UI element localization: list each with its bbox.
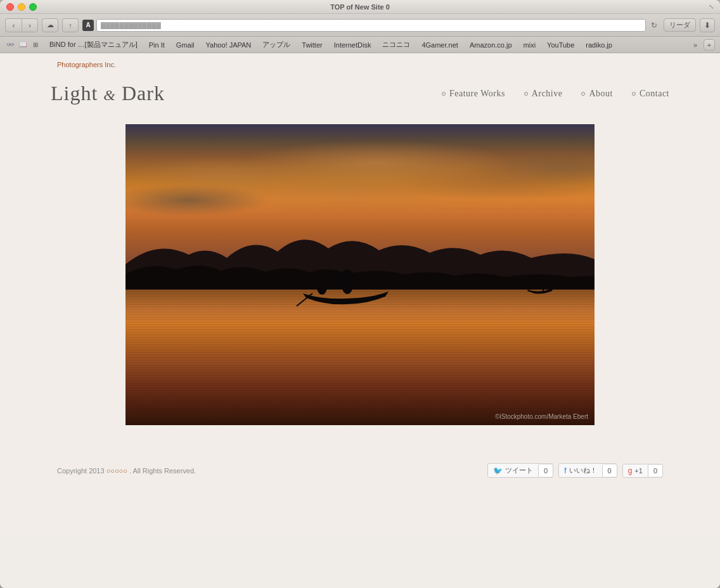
back-button[interactable]: ‹	[5, 18, 22, 32]
nav-dot-feature	[442, 92, 446, 96]
nav-feature-works[interactable]: Feature Works	[442, 89, 505, 99]
bookmarks-bar: 👓 📖 ⊞ BiND for …[製品マニュアル] Pin It Gmail Y…	[0, 37, 720, 53]
site-footer: Copyright 2013 ○○○○○ . All Rights Reserv…	[0, 444, 720, 497]
nav-contact[interactable]: Contact	[632, 89, 669, 99]
grid-icon[interactable]: ⊞	[30, 40, 41, 50]
photographers-link[interactable]: Photographers Inc.	[57, 61, 116, 68]
tweet-button[interactable]: 🐦 ツイート 0	[487, 463, 553, 478]
minimize-button[interactable]	[18, 3, 25, 11]
back-icon: ‹	[13, 22, 15, 29]
hero-section: ©iStockphoto.com/Marketa Ebert	[0, 112, 720, 444]
facebook-icon: f	[564, 466, 566, 475]
copyright-text: Copyright 2013 ○○○○○ . All Rights Reserv…	[57, 467, 196, 475]
address-bar[interactable]: ▓▓▓▓▓▓▓▓▓▓▓▓▓	[96, 19, 646, 32]
nav-about[interactable]: About	[581, 89, 613, 99]
title-bar: TOP of New Site 0 ⤡	[0, 0, 720, 14]
bookmark-4gamer[interactable]: 4Gamer.net	[416, 40, 463, 50]
bookmark-mixi[interactable]: mixi	[518, 40, 541, 50]
tweet-count: 0	[538, 465, 553, 476]
main-nav: Feature Works Archive About Contact	[442, 89, 669, 99]
glasses-icon[interactable]: 👓	[5, 40, 15, 50]
background-boat	[525, 278, 556, 299]
nav-dot-archive	[524, 92, 528, 96]
website: Photographers Inc. Light & Dark Feature …	[0, 53, 720, 535]
rights-label: . All Rights Reserved.	[129, 467, 196, 475]
svg-rect-5	[543, 283, 544, 292]
logo-light: Light	[51, 82, 98, 105]
cloud-icon: ☁	[47, 21, 54, 29]
address-bar-container: A ▓▓▓▓▓▓▓▓▓▓▓▓▓ ↻	[82, 19, 660, 32]
nav-feature-works-label: Feature Works	[449, 89, 505, 99]
like-label-container: f いいね！	[559, 464, 601, 477]
copyright-link[interactable]: ○○○○○	[106, 467, 127, 475]
bookmarks-icons: 👓 📖 ⊞	[5, 40, 41, 50]
nav-buttons: ‹ ›	[5, 18, 38, 32]
nav-archive[interactable]: Archive	[524, 89, 563, 99]
nav-archive-label: Archive	[532, 89, 563, 99]
plusone-count: 0	[648, 465, 662, 476]
toolbar: ‹ › ☁ ↑ A ▓▓▓▓▓▓▓▓▓▓▓▓▓ ↻ リーダ ⬇	[0, 14, 720, 37]
like-count: 0	[602, 465, 617, 476]
close-button[interactable]	[6, 3, 14, 11]
add-bookmark-button[interactable]: +	[704, 39, 715, 51]
content-area: Photographers Inc. Light & Dark Feature …	[0, 53, 720, 588]
bookmark-bind[interactable]: BiND for …[製品マニュアル]	[44, 39, 143, 51]
browser-window: TOP of New Site 0 ⤡ ‹ › ☁ ↑ A ▓▓▓▓▓▓▓▓▓▓…	[0, 0, 720, 588]
like-button[interactable]: f いいね！ 0	[558, 463, 617, 478]
bookmark-radiko[interactable]: radiko.jp	[581, 40, 617, 50]
logo-dark: Dark	[122, 82, 165, 105]
resize-icon: ⤡	[709, 3, 714, 10]
reader-button[interactable]: リーダ	[664, 18, 696, 32]
tweet-label: ツイート	[505, 466, 533, 475]
hero-image: ©iStockphoto.com/Marketa Ebert	[125, 124, 595, 425]
copyright-label: Copyright 2013	[57, 467, 105, 475]
share-button[interactable]: ↑	[62, 18, 79, 32]
social-buttons: 🐦 ツイート 0 f いいね！ 0	[487, 463, 663, 478]
forward-button[interactable]: ›	[22, 18, 38, 32]
nav-about-label: About	[589, 89, 613, 99]
bookmark-amazon[interactable]: Amazon.co.jp	[465, 40, 517, 50]
bookmark-pinit[interactable]: Pin It	[144, 40, 170, 50]
forward-icon: ›	[29, 22, 31, 29]
svg-point-3	[342, 269, 353, 281]
download-icon: ⬇	[704, 21, 710, 30]
download-button[interactable]: ⬇	[700, 18, 715, 32]
nav-dot-contact	[632, 92, 636, 96]
share-icon: ↑	[68, 22, 72, 29]
nav-dot-about	[581, 92, 585, 96]
plusone-label-container: g +1	[623, 464, 648, 477]
svg-point-1	[317, 272, 327, 283]
site-header: Photographers Inc.	[0, 53, 720, 72]
bookmark-apple[interactable]: アップル	[257, 39, 295, 51]
cloud-button[interactable]: ☁	[42, 18, 58, 32]
reload-button[interactable]: ↻	[648, 20, 660, 31]
site-logo: Light & Dark	[51, 82, 165, 105]
bookmark-yahoo[interactable]: Yahoo! JAPAN	[201, 40, 257, 50]
image-credit: ©iStockphoto.com/Marketa Ebert	[495, 413, 588, 420]
bookmark-niconico[interactable]: ニコニコ	[377, 39, 415, 51]
traffic-lights	[6, 3, 37, 11]
bookmark-gmail[interactable]: Gmail	[171, 40, 200, 50]
boat-silhouette	[284, 259, 411, 311]
maximize-button[interactable]	[29, 3, 37, 11]
window-title: TOP of New Site 0	[330, 3, 390, 11]
tweet-label-container: 🐦 ツイート	[488, 464, 538, 477]
site-nav: Light & Dark Feature Works Archive	[0, 72, 720, 112]
plusone-label: +1	[634, 467, 643, 475]
like-label: いいね！	[569, 466, 597, 475]
bookmark-twitter[interactable]: Twitter	[297, 40, 327, 50]
a-icon: A	[82, 20, 94, 31]
twitter-icon: 🐦	[493, 466, 503, 475]
bookmark-internetdisk[interactable]: InternetDisk	[329, 40, 376, 50]
bookmark-youtube[interactable]: YouTube	[542, 40, 579, 50]
logo-ampersand: &	[103, 87, 116, 103]
plus-icon: +	[707, 41, 711, 49]
nav-contact-label: Contact	[640, 89, 669, 99]
bookmarks-more-button[interactable]: »	[691, 40, 700, 50]
plusone-button[interactable]: g +1 0	[622, 464, 663, 478]
google-icon: g	[628, 466, 633, 475]
book-icon[interactable]: 📖	[18, 40, 28, 50]
